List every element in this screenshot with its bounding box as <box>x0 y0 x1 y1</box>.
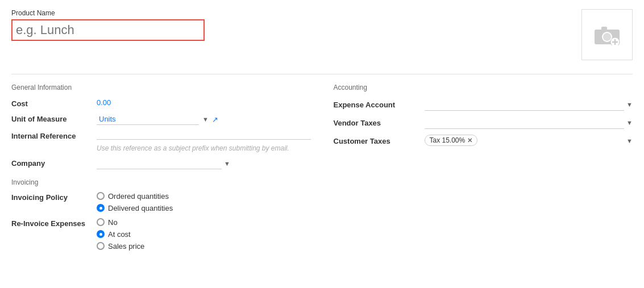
external-link-icon[interactable]: ↗ <box>212 115 218 124</box>
company-label: Company <box>11 158 97 168</box>
tax-badge: Tax 15.00% ✕ <box>425 135 478 146</box>
tax-badge-close-icon[interactable]: ✕ <box>467 137 472 144</box>
radio-at-cost-label: At cost <box>108 230 131 239</box>
cost-label: Cost <box>11 98 97 108</box>
vendor-taxes-arrow-icon: ▼ <box>626 119 633 126</box>
unit-of-measure-wrapper: Units kg g lb oz ▼ ↗ <box>97 114 311 125</box>
unit-of-measure-label: Unit of Measure <box>11 114 97 123</box>
re-invoice-options: No At cost Sales price <box>97 218 144 251</box>
re-invoice-sales-price[interactable]: Sales price <box>97 242 144 251</box>
camera-icon <box>593 23 621 46</box>
left-column: General Information Cost 0.00 Unit of Me… <box>11 84 311 256</box>
company-select-wrapper: ▼ <box>97 158 311 169</box>
tax-badge-label: Tax 15.00% <box>430 136 466 144</box>
accounting-title: Accounting <box>334 84 633 91</box>
expense-account-arrow-icon: ▼ <box>626 101 633 108</box>
re-invoice-label: Re-Invoice Expenses <box>11 218 97 228</box>
company-row: Company ▼ <box>11 158 311 169</box>
re-invoice-no[interactable]: No <box>97 218 144 227</box>
customer-taxes-content: Tax 15.00% ✕ <box>425 135 625 147</box>
invoicing-policy-delivered[interactable]: Delivered quantities <box>97 204 173 212</box>
customer-taxes-row: Customer Taxes Tax 15.00% ✕ ▼ <box>334 135 633 147</box>
expense-account-label: Expense Account <box>334 101 425 109</box>
internal-reference-input[interactable] <box>97 131 311 140</box>
customer-taxes-label: Customer Taxes <box>334 137 425 145</box>
cost-value[interactable]: 0.00 <box>97 98 311 107</box>
customer-taxes-arrow-icon: ▼ <box>626 137 633 144</box>
svg-point-2 <box>603 33 611 41</box>
invoicing-section: Invoicing Invoicing Policy Ordered quant… <box>11 178 311 251</box>
general-info-title: General Information <box>11 84 311 91</box>
cost-row: Cost 0.00 <box>11 98 311 108</box>
svg-rect-3 <box>601 27 607 30</box>
radio-ordered-icon <box>97 192 105 200</box>
re-invoice-row: Re-Invoice Expenses No At cost Sales pri… <box>11 218 311 251</box>
invoicing-policy-options: Ordered quantities Delivered quantities <box>97 192 173 212</box>
product-name-input-wrapper <box>11 19 205 41</box>
right-column: Accounting Expense Account ▼ Vendor Taxe… <box>334 84 633 256</box>
internal-reference-label: Internal Reference <box>11 131 97 140</box>
top-section: Product Name <box>11 9 633 60</box>
expense-account-row: Expense Account ▼ <box>334 98 633 111</box>
section-divider <box>11 74 633 74</box>
invoicing-policy-row: Invoicing Policy Ordered quantities Deli… <box>11 192 311 212</box>
two-col-layout: General Information Cost 0.00 Unit of Me… <box>11 84 633 256</box>
unit-select-arrow-icon: ▼ <box>202 116 209 123</box>
radio-no-label: No <box>108 218 118 227</box>
radio-no-icon <box>97 218 105 226</box>
radio-ordered-label: Ordered quantities <box>108 192 169 201</box>
invoicing-policy-ordered[interactable]: Ordered quantities <box>97 192 173 201</box>
product-name-block: Product Name <box>11 9 205 41</box>
vendor-taxes-value[interactable] <box>425 116 625 129</box>
radio-delivered-icon <box>97 204 105 212</box>
internal-reference-help-text: Use this reference as a subject prefix w… <box>97 144 311 153</box>
internal-reference-row: Internal Reference <box>11 131 311 140</box>
radio-at-cost-icon <box>97 230 105 238</box>
unit-of-measure-select[interactable]: Units kg g lb oz <box>97 114 199 125</box>
vendor-taxes-label: Vendor Taxes <box>334 119 425 127</box>
photo-placeholder[interactable] <box>581 9 633 60</box>
radio-delivered-label: Delivered quantities <box>108 204 173 212</box>
product-name-input[interactable] <box>16 23 200 37</box>
radio-sales-price-label: Sales price <box>108 242 144 251</box>
company-select-arrow-icon: ▼ <box>224 160 230 167</box>
invoicing-policy-label: Invoicing Policy <box>11 192 97 202</box>
re-invoice-at-cost[interactable]: At cost <box>97 230 144 239</box>
radio-sales-price-icon <box>97 242 105 250</box>
vendor-taxes-row: Vendor Taxes ▼ <box>334 116 633 129</box>
product-name-label: Product Name <box>11 9 205 17</box>
unit-of-measure-row: Unit of Measure Units kg g lb oz ▼ ↗ <box>11 114 311 125</box>
invoicing-title: Invoicing <box>11 178 311 186</box>
company-input[interactable] <box>97 158 222 169</box>
expense-account-value[interactable] <box>425 98 625 111</box>
